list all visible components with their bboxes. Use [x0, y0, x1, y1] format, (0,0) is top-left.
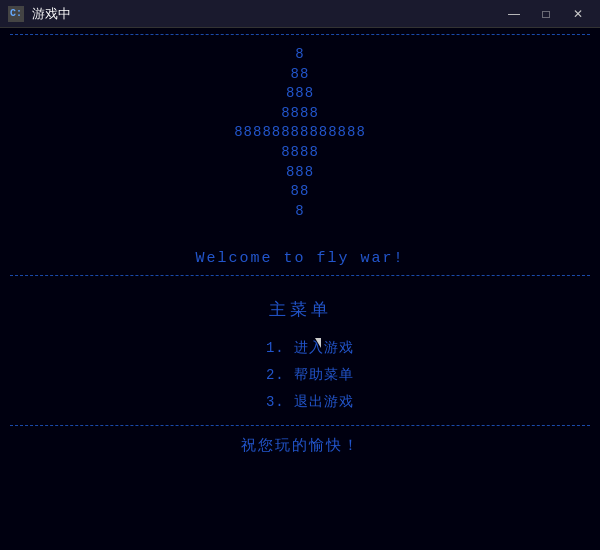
menu-items-list: 1. 进入游戏 2. 帮助菜单 3. 退出游戏: [246, 335, 354, 415]
app-icon: C:: [8, 6, 24, 22]
ascii-line-7: 888: [0, 163, 600, 183]
footer-text: 祝您玩的愉快！: [241, 438, 360, 455]
menu-item-1[interactable]: 1. 进入游戏: [266, 335, 354, 362]
window-controls: — □ ✕: [500, 4, 592, 24]
ascii-line-2: 88: [0, 65, 600, 85]
titlebar: C: 游戏中 — □ ✕: [0, 0, 600, 28]
menu-item-3[interactable]: 3. 退出游戏: [266, 389, 354, 416]
footer-section: 祝您玩的愉快！: [0, 426, 600, 463]
ascii-line-6: 8888: [0, 143, 600, 163]
ascii-art-display: 8 88 888 8888 88888888888888 8888 888 88…: [0, 35, 600, 235]
ascii-line-8: 88: [0, 182, 600, 202]
ascii-line-3: 888: [0, 84, 600, 104]
menu-item-2[interactable]: 2. 帮助菜单: [266, 362, 354, 389]
maximize-button[interactable]: □: [532, 4, 560, 24]
ascii-line-1: 8: [0, 45, 600, 65]
welcome-text: Welcome to fly war!: [195, 250, 404, 267]
window-title: 游戏中: [32, 5, 71, 23]
welcome-section: Welcome to fly war!: [0, 235, 600, 275]
bottom-dashed-border: [10, 275, 590, 276]
ascii-line-4: 8888: [0, 104, 600, 124]
minimize-button[interactable]: —: [500, 4, 528, 24]
titlebar-left: C: 游戏中: [8, 5, 71, 23]
close-button[interactable]: ✕: [564, 4, 592, 24]
app-window: C: 游戏中 — □ ✕ 8 88 888 8888 8888888888888…: [0, 0, 600, 550]
ascii-line-5: 88888888888888: [0, 123, 600, 143]
menu-section: 主菜单 1. 进入游戏 2. 帮助菜单 3. 退出游戏: [0, 282, 600, 425]
mouse-cursor-icon: [315, 338, 321, 348]
main-content: 8 88 888 8888 88888888888888 8888 888 88…: [0, 28, 600, 550]
ascii-line-9: 8: [0, 202, 600, 222]
app-icon-label: C:: [10, 8, 22, 19]
menu-title: 主菜单: [0, 298, 600, 321]
